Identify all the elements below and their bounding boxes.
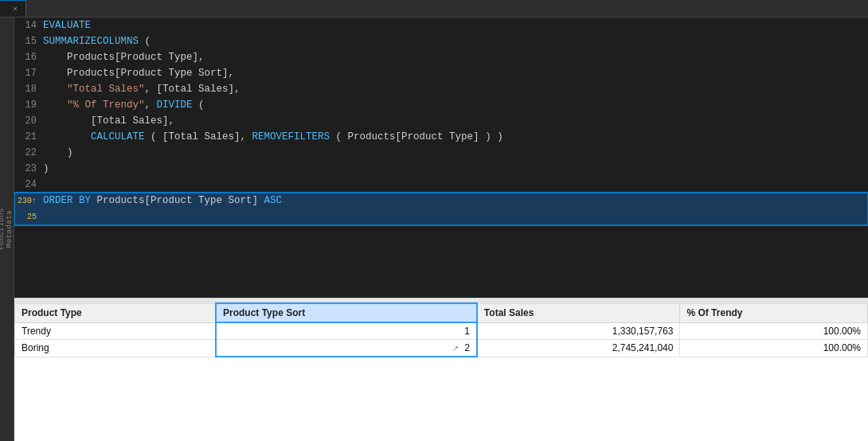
table-cell: 1,330,157,763 [477,322,680,340]
line-content-21: CALCULATE ( [Total Sales], REMOVEFILTERS… [43,129,503,145]
line-content-23: ) [43,161,49,177]
line-content-17: Products[Product Type Sort], [43,65,234,81]
line-num-14: 14 [14,18,43,33]
results-table: Product Type Product Type Sort Total Sal… [14,302,868,357]
sidebar-label-functions[interactable]: Functions [0,208,6,250]
line-num-18: 18 [14,81,43,97]
tab-close-icon[interactable]: ✕ [13,4,18,14]
line-num-22: 22 [14,145,43,161]
table-header-row: Product Type Product Type Sort Total Sal… [15,303,868,322]
table-row: Trendy11,330,157,763100.00% [15,322,868,340]
line-content-24 [43,177,49,193]
editor-area: 14 EVALUATE 15 SUMMARIZECOLUMNS ( 16 Pro… [14,18,868,441]
code-line-16: 16 Products[Product Type], [14,49,868,65]
code-line-18: 18 "Total Sales", [Total Sales], [14,81,868,97]
code-line-15: 15 SUMMARIZECOLUMNS ( [14,33,868,49]
table-cell: 1 [216,322,477,340]
tab-bar: ✕ [0,0,868,18]
results-panel: Product Type Product Type Sort Total Sal… [14,298,868,441]
code-line-20: 20 [Total Sales], [14,113,868,129]
code-line-25: 230↑25 ORDER BY Products[Product Type So… [14,193,868,225]
code-line-23: 23 ) [14,161,868,177]
line-content-25: ORDER BY Products[Product Type Sort] ASC [43,193,282,209]
code-line-21: 21 CALCULATE ( [Total Sales], REMOVEFILT… [14,129,868,145]
line-num-17: 17 [14,65,43,81]
table-cell: 100.00% [680,340,868,357]
line-content-15: SUMMARIZECOLUMNS ( [43,33,151,49]
code-editor[interactable]: 14 EVALUATE 15 SUMMARIZECOLUMNS ( 16 Pro… [14,18,868,298]
col-header-product-type-sort: Product Type Sort [216,303,477,322]
line-content-22: ) [43,145,73,161]
code-line-17: 17 Products[Product Type Sort], [14,65,868,81]
table-cell: Boring [15,340,217,357]
table-cell: 2,745,241,040 [477,340,680,357]
line-num-21: 21 [14,129,43,145]
line-num-23: 23 [14,161,43,177]
col-header-pct-of-trendy: % Of Trendy [680,303,868,322]
line-num-20: 20 [14,113,43,129]
col-header-product-type: Product Type [15,303,217,322]
table-cell: Trendy [15,322,217,340]
line-num-24: 24 [14,177,43,193]
query-tab[interactable]: ✕ [0,0,26,17]
line-num-19: 19 [14,97,43,113]
main-container: Metadata Functions DAX 14 EVALUATE 15 SU… [0,18,868,441]
code-line-19: 19 "% Of Trendy", DIVIDE ( [14,97,868,113]
line-content-14: EVALUATE [43,18,91,33]
line-num-16: 16 [14,49,43,65]
line-content-16: Products[Product Type], [43,49,205,65]
line-content-18: "Total Sales", [Total Sales], [43,81,240,97]
sidebar: Metadata Functions DAX [0,18,14,441]
line-content-20: [Total Sales], [43,113,174,129]
col-header-total-sales: Total Sales [477,303,680,322]
sidebar-label-metadata[interactable]: Metadata [6,210,14,248]
table-cell: ↗ 2 [216,340,477,357]
line-num-25: 230↑25 [14,193,43,225]
line-num-15: 15 [14,33,43,49]
code-line-14: 14 EVALUATE [14,18,868,33]
code-line-24: 24 [14,177,868,193]
table-row: Boring↗ 22,745,241,040100.00% [15,340,868,357]
results-table-container[interactable]: Product Type Product Type Sort Total Sal… [14,302,868,441]
line-content-19: "% Of Trendy", DIVIDE ( [43,97,205,113]
table-cell: 100.00% [680,322,868,340]
code-line-22: 22 ) [14,145,868,161]
